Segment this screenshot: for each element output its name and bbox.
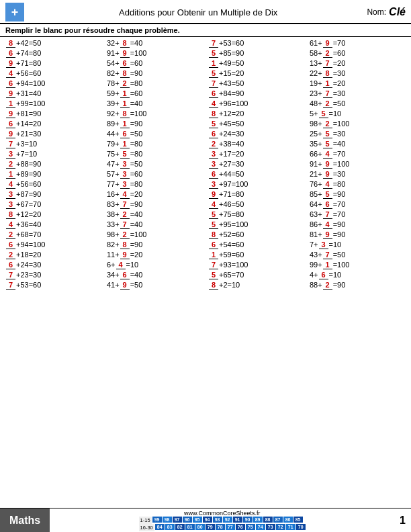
range-row: 1-15999897969594939291908988878685 bbox=[139, 517, 306, 524]
range-cell: 82 bbox=[175, 524, 185, 530]
problem-text: 23+ bbox=[310, 89, 322, 97]
problem-text: 32+ bbox=[107, 39, 120, 47]
answer-blank: 3 bbox=[120, 180, 130, 189]
footer: Maths www.CommonCoreSheets.fr 1-15999897… bbox=[0, 508, 411, 532]
problem-item: 35+5=40 bbox=[307, 139, 408, 149]
problem-item: 3 +7=10 bbox=[3, 149, 104, 159]
answer-blank: 9 bbox=[209, 190, 218, 199]
answer-blank: 7 bbox=[209, 39, 218, 48]
problem-text: +88=90 bbox=[16, 160, 41, 168]
problem-text: +7=10 bbox=[16, 150, 37, 158]
problem-text: 75+ bbox=[107, 150, 120, 158]
problem-text2: =20 bbox=[130, 190, 143, 198]
range-cell: 90 bbox=[243, 517, 253, 523]
answer-blank: 9 bbox=[120, 251, 130, 259]
problem-text: +44=50 bbox=[219, 170, 244, 178]
answer-blank: 7 bbox=[209, 79, 218, 88]
problem-text: +46=50 bbox=[219, 200, 244, 208]
problem-text: +27=30 bbox=[219, 160, 244, 168]
problem-item: 9 +71=80 bbox=[205, 189, 307, 200]
answer-blank: 2 bbox=[323, 49, 332, 58]
problem-item: 1 +59=60 bbox=[205, 250, 307, 260]
range-cell: 75 bbox=[246, 524, 255, 530]
problem-item: 4 +36=40 bbox=[3, 220, 104, 230]
problem-text2: =40 bbox=[130, 220, 143, 228]
problem-text: +24=30 bbox=[16, 261, 41, 269]
problem-text: +18=20 bbox=[16, 251, 41, 259]
problem-text2: =100 bbox=[333, 261, 350, 269]
problem-text: +89=90 bbox=[16, 170, 41, 178]
footer-middle: www.CommonCoreSheets.fr 1-15999897969594… bbox=[50, 508, 394, 532]
problem-item: 44+6=50 bbox=[104, 129, 205, 139]
problem-item: 22+8=30 bbox=[307, 69, 408, 79]
problem-text2: =70 bbox=[333, 39, 346, 47]
range-label: 1-15 bbox=[139, 517, 152, 524]
answer-blank: 1 bbox=[209, 59, 218, 68]
problem-item: 8 +12=20 bbox=[3, 210, 104, 220]
problem-item: 34+6=40 bbox=[104, 270, 205, 280]
problem-text: +74=80 bbox=[16, 49, 41, 57]
problem-text2: =50 bbox=[333, 251, 346, 259]
answer-blank: 4 bbox=[116, 261, 126, 269]
range-cell: 84 bbox=[155, 524, 165, 530]
problem-item: 3 +67=70 bbox=[3, 200, 104, 210]
range-cell: 88 bbox=[263, 517, 273, 523]
range-cell: 98 bbox=[163, 517, 172, 523]
answer-blank: 1 bbox=[6, 99, 15, 108]
answer-blank: 3 bbox=[319, 240, 328, 249]
problem-text: 58+ bbox=[310, 49, 322, 57]
problem-text: +14=20 bbox=[16, 120, 41, 128]
problem-text: 83+ bbox=[107, 200, 120, 208]
range-cell: 95 bbox=[193, 517, 202, 523]
answer-blank: 4 bbox=[120, 190, 130, 199]
problem-text: 54+ bbox=[107, 59, 120, 67]
answer-blank: 7 bbox=[323, 89, 332, 98]
problem-text: 19+ bbox=[310, 79, 322, 87]
problem-item: 4 +56=60 bbox=[3, 179, 104, 189]
problem-item: 43+7=50 bbox=[307, 250, 408, 260]
problem-text: 88+ bbox=[310, 281, 322, 289]
answer-blank: 1 bbox=[120, 140, 130, 148]
problem-text2: =80 bbox=[130, 79, 143, 87]
problem-text: +99=100 bbox=[16, 99, 45, 107]
answer-blank: 8 bbox=[120, 69, 130, 78]
answer-blank: 2 bbox=[323, 281, 332, 290]
problem-item: 4 +56=60 bbox=[3, 69, 104, 79]
answer-blank: 8 bbox=[6, 39, 15, 48]
answer-blank: 5 bbox=[209, 69, 218, 78]
problem-text: 98+ bbox=[310, 120, 322, 128]
problem-text2: =100 bbox=[130, 109, 147, 118]
problem-text: +43=50 bbox=[219, 79, 244, 87]
range-cell: 97 bbox=[173, 517, 182, 523]
problem-item: 79+1=80 bbox=[104, 139, 205, 149]
problem-text: +52=60 bbox=[219, 230, 244, 238]
problem-item: 3 +97=100 bbox=[205, 179, 307, 189]
answer-blank: 5 bbox=[209, 220, 218, 229]
problem-text: 4+ bbox=[310, 271, 318, 279]
problem-text2: =30 bbox=[333, 170, 346, 178]
problem-item: 6 +44=50 bbox=[205, 169, 307, 179]
problems-grid: 8 +42=5032+8=407 +53=6061+9=706 +74=8091… bbox=[3, 38, 408, 290]
problem-text2: =80 bbox=[130, 150, 143, 158]
answer-blank: 1 bbox=[120, 89, 130, 98]
problem-text: 21+ bbox=[310, 170, 322, 178]
problem-text: +71=80 bbox=[16, 59, 41, 67]
problem-item: 92+8=100 bbox=[104, 109, 205, 119]
answer-blank: 1 bbox=[209, 251, 218, 259]
answer-blank: 4 bbox=[323, 150, 332, 159]
problem-text: 78+ bbox=[107, 79, 120, 87]
problem-text2: =10 bbox=[329, 109, 342, 118]
problem-text: +54=60 bbox=[219, 240, 244, 249]
problem-text: 77+ bbox=[107, 180, 120, 188]
problem-text: 57+ bbox=[107, 170, 120, 178]
problem-text: 91+ bbox=[107, 49, 120, 57]
header: + Additions pour Obtenir un Multiple de … bbox=[0, 0, 411, 24]
problem-item: 58+2=60 bbox=[307, 48, 408, 58]
answer-blank: 7 bbox=[323, 59, 332, 68]
problem-text2: =80 bbox=[130, 140, 143, 148]
problem-item: 1 +49=50 bbox=[205, 58, 307, 69]
problem-item: 76+4=80 bbox=[307, 179, 408, 189]
problem-text: +15=20 bbox=[219, 69, 244, 77]
problem-text2: =60 bbox=[130, 170, 143, 178]
problem-item: 3 +27=30 bbox=[205, 159, 307, 169]
